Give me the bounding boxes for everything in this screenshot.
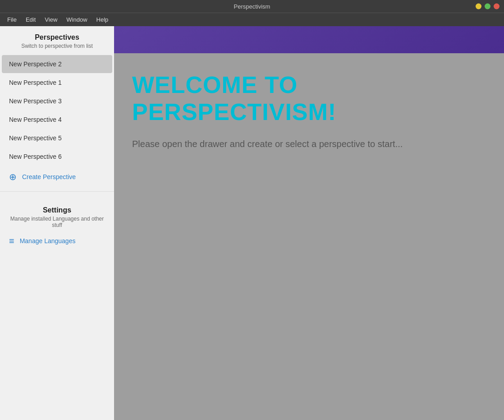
traffic-light-green[interactable] xyxy=(485,4,490,9)
perspectives-title: Perspectives xyxy=(7,33,107,42)
app-title: Perspectivism xyxy=(234,3,270,10)
perspectives-subtitle: Switch to perspective from list xyxy=(7,43,107,49)
header-banner xyxy=(114,26,504,53)
traffic-lights xyxy=(476,4,499,9)
add-icon: ⊕ xyxy=(9,172,17,181)
manage-languages-button[interactable]: ≡ Manage Languages xyxy=(2,232,112,250)
traffic-light-yellow[interactable] xyxy=(476,4,481,9)
perspective-item-0[interactable]: New Perspective 2 xyxy=(2,55,112,73)
menu-bar: File Edit View Window Help xyxy=(0,13,504,26)
app-layout: Perspectives Switch to perspective from … xyxy=(0,26,504,420)
perspective-item-4[interactable]: New Perspective 5 xyxy=(2,129,112,147)
settings-subtitle: Manage installed Languages and other stu… xyxy=(7,216,107,228)
menu-help[interactable]: Help xyxy=(93,15,112,24)
main-content: WELCOME TO PERSPECTIVISM! Please open th… xyxy=(114,26,504,420)
manage-languages-label: Manage Languages xyxy=(20,237,76,245)
perspective-item-1[interactable]: New Perspective 1 xyxy=(2,74,112,92)
menu-edit[interactable]: Edit xyxy=(22,15,39,24)
welcome-subtitle: Please open the drawer and create or sel… xyxy=(132,139,486,149)
language-icon: ≡ xyxy=(9,236,14,245)
menu-window[interactable]: Window xyxy=(63,15,91,24)
traffic-light-red[interactable] xyxy=(494,4,499,9)
create-perspective-button[interactable]: ⊕ Create Perspective xyxy=(2,168,112,186)
perspective-list: New Perspective 2 New Perspective 1 New … xyxy=(0,55,114,166)
create-perspective-label: Create Perspective xyxy=(22,173,76,180)
sidebar-divider xyxy=(0,191,114,192)
menu-view[interactable]: View xyxy=(41,15,61,24)
perspective-item-3[interactable]: New Perspective 4 xyxy=(2,111,112,129)
perspectives-section-header: Perspectives Switch to perspective from … xyxy=(0,26,114,51)
welcome-title: WELCOME TO PERSPECTIVISM! xyxy=(132,71,486,125)
sidebar: Perspectives Switch to perspective from … xyxy=(0,26,114,420)
welcome-area: WELCOME TO PERSPECTIVISM! Please open th… xyxy=(114,53,504,420)
perspective-item-2[interactable]: New Perspective 3 xyxy=(2,92,112,110)
settings-title: Settings xyxy=(7,206,107,214)
settings-section: Settings Manage installed Languages and … xyxy=(0,199,114,252)
settings-section-header: Settings Manage installed Languages and … xyxy=(0,199,114,230)
title-bar: Perspectivism xyxy=(0,0,504,13)
menu-file[interactable]: File xyxy=(4,15,20,24)
perspective-item-5[interactable]: New Perspective 6 xyxy=(2,148,112,166)
